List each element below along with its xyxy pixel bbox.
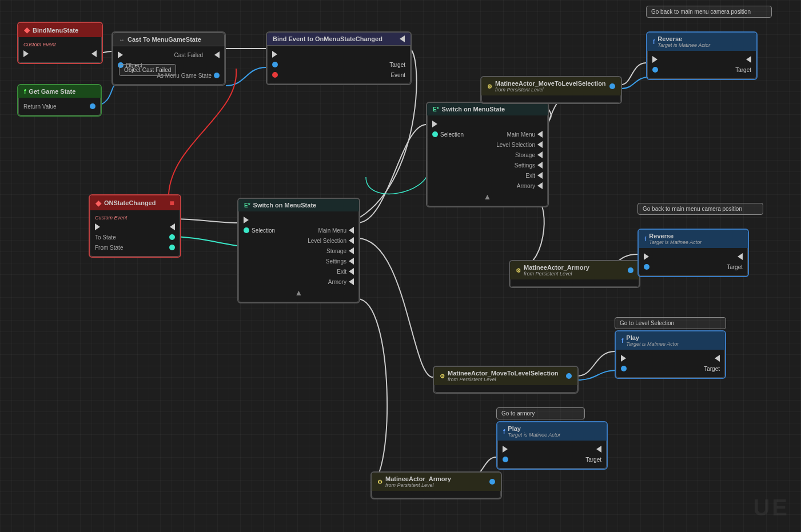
watermark: UE bbox=[753, 495, 790, 521]
matinee-armory2-subtitle: from Persistent Level bbox=[385, 482, 451, 488]
on-state-exec-out bbox=[170, 223, 175, 230]
return-value-label: Return Value bbox=[23, 103, 57, 110]
cast-header: ↔ Cast To MenuGameState bbox=[113, 33, 225, 46]
switch2-mainmenu-pin bbox=[537, 131, 543, 138]
play-armory-body: Target bbox=[497, 441, 607, 469]
node-switch-menustate-2[interactable]: E* Switch on MenuState Selection Main Me… bbox=[426, 102, 549, 207]
switch1-exit-pin bbox=[349, 268, 354, 275]
reverse1-title: Reverse bbox=[657, 35, 710, 42]
on-state-changed-title: ONStateChanged bbox=[104, 199, 156, 206]
reverse2-exec-out bbox=[738, 253, 743, 260]
reverse1-target-label: Target bbox=[735, 67, 751, 73]
switch1-exec-row bbox=[239, 215, 358, 225]
node-bind-event[interactable]: Bind Event to OnMenuStateChanged Target … bbox=[266, 31, 412, 85]
bind-event-title: Bind Event to OnMenuStateChanged bbox=[273, 35, 382, 42]
node-matinee-move-level-sel-2[interactable]: ⚙ MatineeActor_MoveToLevelSelection from… bbox=[433, 366, 579, 394]
switch2-header: E* Switch on MenuState bbox=[427, 103, 548, 115]
cast-failed-label: Cast Failed bbox=[174, 52, 203, 58]
reverse2-exec-in bbox=[644, 253, 649, 260]
node-on-state-changed[interactable]: ◆ ONStateChanged ■ Custom Event To State… bbox=[89, 194, 181, 258]
play-levelsel-exec-in bbox=[621, 355, 626, 362]
reverse1-body: Target bbox=[647, 51, 756, 79]
get-game-state-title: Get Game State bbox=[29, 88, 75, 95]
matinee-armory1-out-pin bbox=[628, 267, 633, 273]
node-reverse-1[interactable]: f Reverse Target is Matinee Actor Target bbox=[646, 31, 758, 80]
switch1-body: Selection Main Menu Level Selection Stor… bbox=[238, 211, 359, 302]
matinee2-header: ⚙ MatineeActor_MoveToLevelSelection from… bbox=[434, 367, 577, 385]
node-matinee-move-level-sel-1[interactable]: ⚙ MatineeActor_MoveToLevelSelection from… bbox=[480, 76, 622, 104]
play-armory-exec-in bbox=[503, 446, 508, 453]
play-armory-subtitle: Target is Matinee Actor bbox=[508, 432, 560, 438]
switch2-selection-label: Selection bbox=[440, 131, 464, 138]
bind-event-label: Event bbox=[390, 72, 405, 78]
on-state-to-row: To State bbox=[90, 232, 180, 242]
comment-object-cast-failed: Object Cast Failed bbox=[119, 64, 176, 76]
matinee2-title: MatineeActor_MoveToLevelSelection bbox=[448, 370, 559, 377]
comment-level-sel-text: Go to Level Selection bbox=[620, 320, 674, 326]
get-game-state-header: f Get Game State bbox=[18, 85, 101, 98]
node-matinee-armory-2[interactable]: ⚙ MatineeActor_Armory from Persistent Le… bbox=[370, 471, 502, 499]
switch1-header: E* Switch on MenuState bbox=[238, 199, 359, 211]
comment-go-to-armory: Go to armory bbox=[496, 407, 585, 419]
bind-event-body: Target Event bbox=[267, 46, 411, 84]
cast-exec-row: Cast Failed bbox=[113, 50, 224, 60]
bind-target-pin bbox=[272, 62, 278, 67]
matinee-armory1-body bbox=[510, 279, 639, 287]
matinee2-out-pin bbox=[566, 373, 572, 379]
bind-menu-state-header: ◆ BindMenuState bbox=[18, 23, 102, 37]
matinee2-body bbox=[434, 385, 577, 393]
reverse1-header: f Reverse Target is Matinee Actor bbox=[647, 33, 756, 51]
exec-out-pin bbox=[91, 50, 97, 57]
play-levelsel-body: Target bbox=[616, 350, 725, 378]
node-get-game-state[interactable]: f Get Game State Return Value bbox=[17, 84, 102, 117]
matinee-armory1-subtitle: from Persistent Level bbox=[524, 271, 589, 277]
reverse2-body: Target bbox=[639, 248, 748, 276]
reverse2-target-pin bbox=[644, 264, 649, 270]
on-state-changed-body: Custom Event To State From State bbox=[90, 210, 180, 257]
play-levelsel-title: Play bbox=[626, 334, 679, 341]
matinee-armory2-header: ⚙ MatineeActor_Armory from Persistent Le… bbox=[372, 473, 501, 491]
reverse1-exec-out bbox=[746, 56, 751, 63]
on-state-subtitle: Custom Event bbox=[90, 214, 180, 222]
switch1-storage-pin bbox=[349, 247, 354, 254]
matinee-armory1-header: ⚙ MatineeActor_Armory from Persistent Le… bbox=[510, 261, 639, 279]
node-bind-menu-state[interactable]: ◆ BindMenuState Custom Event bbox=[17, 22, 103, 64]
switch1-selection-row: Selection Main Menu bbox=[239, 225, 358, 235]
node-switch-menustate-1[interactable]: E* Switch on MenuState Selection Main Me… bbox=[237, 198, 360, 303]
on-state-exec-row bbox=[90, 222, 180, 232]
bind-event-pin bbox=[272, 72, 278, 78]
bind-target-label: Target bbox=[389, 62, 405, 68]
switch1-selection-label: Selection bbox=[252, 227, 275, 234]
play-levelsel-header: f Play Target is Matinee Actor bbox=[616, 331, 725, 350]
play-armory-target-label: Target bbox=[585, 457, 601, 463]
switch1-selection-pin bbox=[244, 227, 249, 233]
switch2-levelsel-pin bbox=[537, 141, 543, 148]
get-game-state-return-row: Return Value bbox=[19, 101, 100, 111]
play-levelsel-subtitle: Target is Matinee Actor bbox=[626, 341, 679, 347]
node-play-armory[interactable]: f Play Target is Matinee Actor Target bbox=[496, 421, 608, 470]
comment-go-back-mid-text: Go back to main menu camera position bbox=[643, 206, 742, 212]
reverse1-exec-in bbox=[652, 56, 657, 63]
from-state-pin bbox=[169, 245, 175, 250]
matinee-armory2-body bbox=[372, 491, 501, 498]
from-state-label: From State bbox=[95, 245, 123, 251]
bind-event-exec-out bbox=[400, 35, 405, 42]
play-armory-exec-out bbox=[596, 446, 601, 453]
node-matinee-armory-1[interactable]: ⚙ MatineeActor_Armory from Persistent Le… bbox=[509, 260, 640, 288]
bind-event-header: Bind Event to OnMenuStateChanged bbox=[267, 33, 411, 46]
bind-menu-state-body: Custom Event bbox=[18, 37, 102, 63]
on-state-exec-in bbox=[95, 223, 100, 230]
switch1-mainmenu-pin bbox=[349, 227, 354, 234]
node-play-level-selection[interactable]: f Play Target is Matinee Actor Target bbox=[615, 330, 726, 379]
comment-go-back-mid: Go back to main menu camera position bbox=[637, 203, 763, 215]
matinee1-header: ⚙ MatineeActor_MoveToLevelSelection from… bbox=[481, 77, 621, 95]
comment-armory-text: Go to armory bbox=[501, 410, 535, 417]
matinee1-title: MatineeActor_MoveToLevelSelection bbox=[495, 80, 606, 87]
node-reverse-2[interactable]: f Reverse Target is Matinee Actor Target bbox=[637, 229, 749, 277]
blueprint-canvas: ◆ BindMenuState Custom Event f Get Game … bbox=[0, 0, 801, 532]
play-levelsel-exec-out bbox=[715, 355, 720, 362]
reverse1-subtitle: Target is Matinee Actor bbox=[657, 42, 710, 48]
comment-go-back-top: Go back to main menu camera position bbox=[646, 6, 772, 18]
cast-failed-pin bbox=[214, 51, 220, 58]
node-cast-to-menu-game-state[interactable]: ↔ Cast To MenuGameState Cast Failed Obje… bbox=[111, 31, 226, 86]
